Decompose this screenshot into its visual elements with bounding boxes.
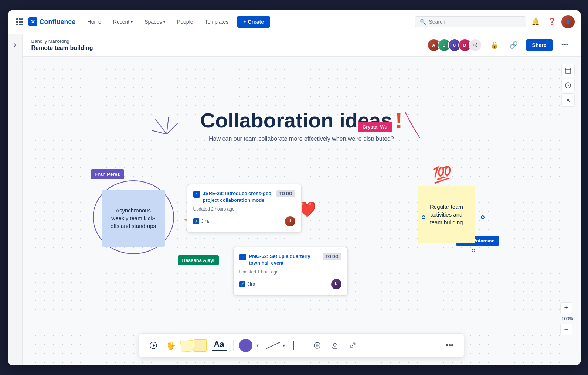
collaborator-avatars: A B C D +3 <box>427 38 482 52</box>
navbar: ✕ Confluence Home Recent ▾ Spaces ▾ Peop… <box>8 10 581 34</box>
jira-card-1-updated: Updated 2 hours ago <box>193 207 295 212</box>
small-circle-2 <box>481 215 485 219</box>
jira-card-1-source: ⚡ Jira <box>193 218 209 224</box>
search-icon: 🔍 <box>420 19 426 25</box>
create-button[interactable]: + Create <box>237 16 270 28</box>
grid-icon[interactable] <box>14 16 26 28</box>
jira-card-2-header: J PMG-62: Set up a quarterly town hall e… <box>239 253 341 266</box>
doc-header: Banc.ly Marketing Remote team building A… <box>23 34 581 57</box>
stamp-tool-button[interactable] <box>327 337 343 354</box>
shape-tool-button[interactable] <box>237 337 255 354</box>
svg-rect-4 <box>19 21 21 23</box>
more-tools-button[interactable]: ••• <box>442 337 458 354</box>
search-input[interactable] <box>429 19 521 25</box>
svg-rect-2 <box>21 18 23 20</box>
jira-card-2[interactable]: J PMG-62: Set up a quarterly town hall e… <box>233 247 348 296</box>
lock-icon[interactable]: 🔒 <box>488 38 501 52</box>
sticky-notes-button[interactable] <box>186 337 202 354</box>
jira-card-2-source: ⚡ Jira <box>239 281 255 287</box>
right-toolbar <box>561 64 575 107</box>
jira-card-2-title: PMG-62: Set up a quarterly town hall eve… <box>249 253 320 266</box>
canvas-area[interactable]: Collaboration ideas ! How can our team c… <box>23 57 581 365</box>
zoom-level: 100% <box>560 316 575 322</box>
rect-tool-preview <box>293 341 305 350</box>
doc-title: Remote team building <box>31 45 93 51</box>
user-avatar[interactable]: 👤 <box>561 15 575 28</box>
nav-home[interactable]: Home <box>83 16 106 28</box>
more-options-icon[interactable]: ••• <box>558 38 572 52</box>
search-bar[interactable]: 🔍 <box>415 16 526 27</box>
canvas-subtitle: How can our team collaborate more effect… <box>200 136 403 142</box>
jira-card-1[interactable]: J JSRE-29: Introduce cross-geo project c… <box>187 184 302 233</box>
line-tool-button[interactable] <box>265 337 281 354</box>
hand-cursor-icon[interactable]: 🖐 <box>163 337 179 354</box>
table-icon[interactable] <box>561 64 575 77</box>
sticky-blue-note[interactable]: Asynchronous weekly team kick-offs and s… <box>102 190 165 247</box>
history-icon[interactable] <box>561 79 575 92</box>
svg-point-20 <box>314 342 320 348</box>
jira-icon-1: J <box>193 191 200 198</box>
jira-card-1-footer: ⚡ Jira U <box>193 216 295 226</box>
sticky-preview-1 <box>180 340 193 352</box>
spaces-chevron-icon: ▾ <box>163 20 165 24</box>
sidebar-toggle-button[interactable] <box>10 40 20 50</box>
toolbar-divider-3 <box>233 340 234 351</box>
sketch-decoration-left <box>148 112 185 142</box>
jira-card-2-status: TO DO <box>323 253 341 260</box>
smart-link-button[interactable] <box>309 337 325 354</box>
sticky-preview <box>181 339 207 352</box>
jira-card-1-avatar: U <box>285 216 295 226</box>
toolbar-divider-5 <box>288 340 288 351</box>
hundred-emoji: 💯 <box>432 164 452 184</box>
jira-source-icon-1: ⚡ <box>193 218 199 224</box>
collab-count: +3 <box>469 38 482 52</box>
jira-card-2-avatar: U <box>331 279 341 289</box>
jira-card-1-header: J JSRE-29: Introduce cross-geo project c… <box>193 190 295 204</box>
nav-people[interactable]: People <box>173 16 198 28</box>
svg-rect-5 <box>21 21 23 23</box>
logo-icon: ✕ <box>28 17 37 26</box>
confluence-logo[interactable]: ✕ Confluence <box>28 17 76 26</box>
rect-tool-button[interactable] <box>291 337 307 354</box>
line-tool-preview <box>266 342 280 349</box>
circle-shape <box>239 339 252 352</box>
jira-card-1-title: JSRE-29: Introduce cross-geo project col… <box>203 190 273 204</box>
nav-recent[interactable]: Recent ▾ <box>109 16 137 28</box>
small-circle-1 <box>422 215 425 219</box>
link-icon[interactable]: 🔗 <box>507 38 520 52</box>
svg-rect-8 <box>21 24 23 25</box>
notifications-icon[interactable]: 🔔 <box>529 15 542 28</box>
magic-icon[interactable] <box>561 93 575 107</box>
zoom-out-button[interactable]: − <box>560 324 572 335</box>
help-icon[interactable]: ❓ <box>545 15 558 28</box>
exclamation-decoration: ! <box>395 108 402 133</box>
zoom-controls: + 100% − <box>560 302 575 335</box>
small-circle-3 <box>472 249 475 252</box>
hassana-ajayi-label: Hassana Ajayi <box>178 255 219 265</box>
share-button[interactable]: Share <box>526 39 553 51</box>
play-button[interactable] <box>145 337 162 354</box>
jira-card-2-updated: Updated 1 hour ago <box>239 269 341 275</box>
svg-marker-19 <box>153 344 155 347</box>
line-dropdown-arrow[interactable]: ▾ <box>283 343 285 348</box>
nav-templates[interactable]: Templates <box>201 16 233 28</box>
crystal-wu-label: Crystal Wu <box>358 122 392 132</box>
fran-perez-label: Fran Perez <box>91 169 124 179</box>
svg-rect-0 <box>16 18 18 20</box>
toolbar-divider-4 <box>262 340 262 351</box>
jira-card-2-footer: ⚡ Jira U <box>239 279 341 289</box>
link-tool-button[interactable] <box>344 337 361 354</box>
shape-dropdown-arrow[interactable]: ▾ <box>256 343 259 348</box>
nav-spaces[interactable]: Spaces ▾ <box>140 16 170 28</box>
zoom-in-button[interactable]: + <box>560 302 572 314</box>
svg-rect-6 <box>16 24 18 25</box>
toolbar-divider-2 <box>205 340 205 351</box>
text-tool-button[interactable]: Aa <box>208 337 230 354</box>
bottom-toolbar: 🖐 Aa <box>139 333 464 358</box>
jira-card-1-status: TO DO <box>276 190 295 197</box>
jira-icon-2: J <box>239 254 246 260</box>
main-content: Banc.ly Marketing Remote team building A… <box>23 34 581 365</box>
sticky-yellow-note[interactable]: Regular team activities and team buildin… <box>418 186 475 243</box>
sidebar-toggle <box>8 34 23 365</box>
jira-source-icon-2: ⚡ <box>239 281 245 287</box>
